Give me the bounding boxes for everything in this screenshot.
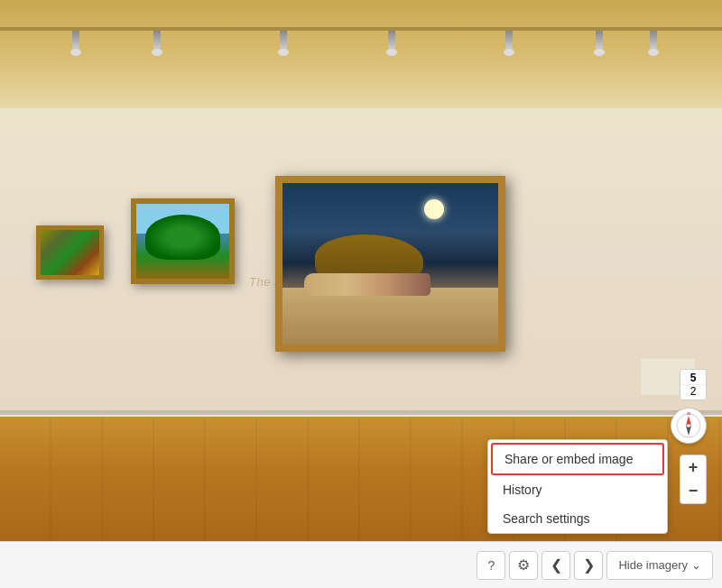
ceiling-rail (0, 27, 722, 31)
gallery-ceiling (0, 0, 722, 108)
artwork-main[interactable] (275, 176, 505, 352)
bottom-toolbar: ? ⚙ ❮ ❯ Hide imagery ⌄ (0, 541, 722, 588)
gear-icon: ⚙ (517, 556, 530, 574)
ceiling-light (650, 31, 657, 49)
painting-desert (282, 288, 498, 345)
badge-line1: 5 (680, 372, 706, 385)
zoom-out-button[interactable]: − (680, 479, 707, 504)
svg-text:N: N (687, 412, 690, 416)
ceiling-light (505, 31, 513, 49)
badge-line2: 2 (680, 385, 706, 398)
help-icon: ? (488, 558, 495, 573)
zoom-in-button[interactable]: + (680, 455, 707, 480)
nav-prev-button[interactable]: ❮ (542, 551, 570, 580)
artwork-small-1[interactable] (36, 225, 104, 280)
number-badge: 5 2 (680, 369, 707, 400)
ceiling-light (596, 31, 603, 49)
artwork-canvas-2 (136, 204, 229, 279)
painting-moon (424, 199, 444, 219)
compass-icon: N (675, 412, 702, 439)
ceiling-light (280, 31, 287, 49)
settings-button[interactable]: ⚙ (509, 551, 538, 580)
nav-next-button[interactable]: ❯ (574, 551, 603, 580)
menu-item-share-embed[interactable]: Share or embed image (491, 443, 664, 475)
hide-imagery-chevron: ⌄ (691, 558, 701, 572)
menu-item-search-settings[interactable]: Search settings (488, 504, 667, 533)
chevron-right-icon: ❯ (583, 556, 595, 574)
artwork-canvas-main (282, 183, 498, 345)
painting-figure (304, 273, 430, 296)
compass-button[interactable]: N (671, 408, 707, 444)
hide-imagery-button[interactable]: Hide imagery ⌄ (606, 551, 713, 580)
gallery-wall: The Marjorie T. and Sid R. Bass Gallery (0, 108, 722, 415)
artwork-canvas-1 (41, 230, 99, 275)
artwork-medium-2[interactable] (131, 198, 235, 284)
help-button[interactable]: ? (477, 551, 505, 580)
hide-imagery-label: Hide imagery (618, 558, 688, 572)
ceiling-light (72, 31, 79, 49)
chevron-left-icon: ❮ (551, 556, 562, 574)
menu-item-history[interactable]: History (488, 475, 667, 504)
ceiling-light (388, 31, 395, 49)
zoom-out-icon: − (689, 482, 699, 501)
context-menu: Share or embed image History Search sett… (487, 439, 668, 534)
ceiling-light (153, 31, 161, 49)
zoom-in-icon: + (689, 458, 699, 477)
